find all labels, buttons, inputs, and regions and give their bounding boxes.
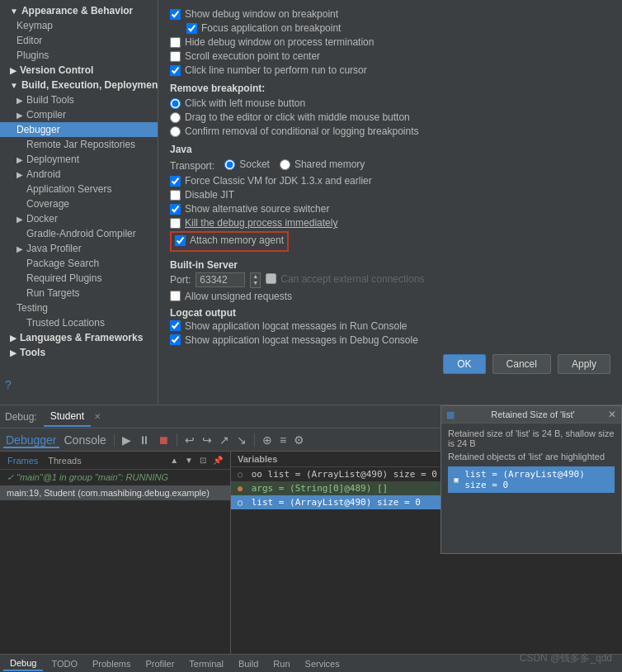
sidebar-item-appearance[interactable]: ▼ Appearance & Behavior [0, 3, 158, 18]
cancel-button[interactable]: Cancel [492, 354, 551, 374]
frame-item[interactable]: main:19, Student (com.mashibing.debug.ex… [0, 485, 230, 500]
session-close-btn[interactable]: ✕ [94, 412, 101, 421]
btab-build[interactable]: Build [232, 657, 265, 670]
sidebar-item-required-plugins[interactable]: Required Plugins [0, 271, 158, 286]
can-accept-checkbox[interactable]: Can accept external connections [266, 273, 424, 285]
spinner-up[interactable]: ▲ [251, 273, 260, 280]
sidebar-item-languages[interactable]: ▶ Languages & Frameworks [0, 330, 158, 345]
stop-btn[interactable]: ⏹ [155, 432, 172, 448]
sidebar-item-testing[interactable]: Testing [0, 301, 158, 315]
toolbar-separator-3 [254, 433, 255, 447]
show-debug-window-checkbox[interactable]: Show debug window on breakpoint [170, 8, 610, 20]
popup-titlebar: ▦ Retained Size of 'list' ✕ [441, 406, 621, 424]
frames-panel: Frames Threads ▲ ▼ ⊡ 📌 ✓ "main"@1 in gro… [0, 452, 231, 672]
sidebar-item-trusted-locations[interactable]: Trusted Locations [0, 315, 158, 330]
shared-memory-radio[interactable]: Shared memory [280, 159, 365, 170]
focus-app-breakpoint-checkbox[interactable]: Focus application on breakpoint [186, 22, 610, 34]
sidebar-item-build-tools[interactable]: ▶ Build Tools [0, 92, 158, 107]
sidebar-item-coverage[interactable]: Coverage [0, 196, 158, 211]
step-into-btn[interactable]: ↪ [200, 432, 214, 448]
confirm-removal-radio[interactable]: Confirm removal of conditional or loggin… [170, 125, 610, 137]
threads-tab[interactable]: Threads [45, 455, 83, 466]
socket-radio[interactable]: Socket [224, 159, 270, 170]
ok-button[interactable]: OK [443, 354, 485, 374]
sidebar-item-build-execution[interactable]: ▼ Build, Execution, Deployment [0, 78, 158, 92]
btab-run[interactable]: Run [266, 657, 296, 670]
logcat-run-checkbox[interactable]: Show application logcat messages in Run … [170, 320, 610, 332]
tab-debugger[interactable]: Debugger [3, 432, 59, 448]
port-row: Port: ▲ ▼ Can accept external connection… [170, 272, 610, 288]
tab-console[interactable]: Console [62, 432, 109, 448]
popup-tree-item[interactable]: ▣ list = (ArrayList@490) size = 0 [448, 466, 615, 493]
apply-button[interactable]: Apply [558, 354, 610, 374]
frames-header: Frames Threads ▲ ▼ ⊡ 📌 [0, 452, 230, 470]
sidebar-item-editor[interactable]: Editor [0, 33, 158, 48]
popup-content: Retained size of 'list' is 24 B, shallow… [441, 424, 621, 498]
btab-terminal[interactable]: Terminal [182, 657, 230, 670]
sidebar-item-gradle-android[interactable]: Gradle-Android Compiler [0, 226, 158, 241]
port-input[interactable] [196, 272, 245, 287]
sidebar-item-deployment[interactable]: ▶ Deployment [0, 152, 158, 167]
frames-toolbar: ▲ ▼ ⊡ 📌 [167, 454, 225, 466]
step-over-btn[interactable]: ↩ [182, 432, 197, 448]
disable-jit-checkbox[interactable]: Disable JIT [170, 189, 610, 201]
popup-tree: ▣ list = (ArrayList@490) size = 0 [448, 466, 615, 493]
more-btn[interactable]: ≡ [277, 432, 289, 448]
scroll-execution-checkbox[interactable]: Scroll execution point to center [170, 50, 610, 62]
transport-row: Transport: Socket Shared memory [170, 159, 610, 173]
kill-debug-checkbox[interactable]: Kill the debug process immediately [170, 217, 610, 229]
port-label: Port: [170, 274, 191, 286]
debug-session-tab[interactable]: Student [44, 407, 91, 427]
btab-todo[interactable]: TODO [45, 657, 84, 670]
show-alt-source-checkbox[interactable]: Show alternative source switcher [170, 203, 610, 215]
arrow-icon: ▶ [16, 215, 23, 224]
logcat-debug-checkbox[interactable]: Show application logcat messages in Debu… [170, 334, 610, 346]
arrow-icon: ▼ [10, 7, 18, 16]
sidebar-item-plugins[interactable]: Plugins [0, 48, 158, 63]
sidebar-item-docker[interactable]: ▶ Docker [0, 211, 158, 226]
step-out-btn[interactable]: ↗ [217, 432, 232, 448]
allow-unsigned-checkbox[interactable]: Allow unsigned requests [170, 291, 610, 302]
resume-btn[interactable]: ▶ [120, 432, 134, 448]
btab-profiler[interactable]: Profiler [139, 657, 181, 670]
popup-close-btn[interactable]: ✕ [608, 409, 616, 420]
frames-pin-btn[interactable]: 📌 [210, 454, 225, 466]
settings-sidebar: ▼ Appearance & Behavior Keymap Editor Pl… [0, 0, 158, 405]
attach-memory-agent-checkbox[interactable]: Attach memory agent [175, 234, 284, 246]
sidebar-item-remote-jar[interactable]: Remote Jar Repositories [0, 137, 158, 152]
sidebar-item-version-control[interactable]: ▶ Version Control [0, 63, 158, 78]
settings-btn[interactable]: ⚙ [291, 432, 307, 448]
frames-filter-btn[interactable]: ▲ [167, 454, 181, 466]
click-line-number-checkbox[interactable]: Click line number to perform run to curs… [170, 64, 610, 76]
sidebar-item-app-servers[interactable]: Application Servers [0, 182, 158, 196]
var-icon-1: ● [238, 484, 243, 493]
sidebar-item-compiler[interactable]: ▶ Compiler [0, 107, 158, 122]
port-spinner[interactable]: ▲ ▼ [250, 272, 261, 288]
click-left-radio[interactable]: Click with left mouse button [170, 97, 610, 109]
arrow-icon: ▶ [10, 334, 16, 343]
drag-or-click-radio[interactable]: Drag to the editor or click with middle … [170, 111, 610, 123]
evaluate-btn[interactable]: ⊕ [260, 432, 275, 448]
sidebar-item-run-targets[interactable]: Run Targets [0, 286, 158, 301]
sidebar-item-tools[interactable]: ▶ Tools [0, 345, 158, 360]
thread-item[interactable]: ✓ "main"@1 in group "main": RUNNING [0, 470, 230, 485]
btab-services[interactable]: Services [299, 657, 346, 670]
logcat-section-label: Logcat output [170, 307, 610, 319]
pause-btn[interactable]: ⏸ [136, 432, 153, 448]
frames-copy-btn[interactable]: ⊡ [197, 454, 209, 466]
btab-debug[interactable]: Debug [3, 656, 43, 671]
spinner-down[interactable]: ▼ [251, 280, 260, 286]
sidebar-item-java-profiler[interactable]: ▶ Java Profiler [0, 241, 158, 256]
force-classic-vm-checkbox[interactable]: Force Classic VM for JDK 1.3.x and earli… [170, 175, 610, 187]
run-to-cursor-btn[interactable]: ↘ [234, 432, 249, 448]
sidebar-item-android[interactable]: ▶ Android [0, 167, 158, 182]
sidebar-item-keymap[interactable]: Keymap [0, 18, 158, 33]
popup-line2: Retained objects of 'list' are highlight… [448, 452, 615, 461]
sidebar-item-package-search[interactable]: Package Search [0, 256, 158, 271]
frames-sort-btn[interactable]: ▼ [182, 454, 196, 466]
popup-title: Retained Size of 'list' [491, 409, 574, 419]
frames-tab[interactable]: Frames [5, 455, 40, 466]
sidebar-item-debugger[interactable]: Debugger [0, 122, 158, 137]
hide-debug-window-checkbox[interactable]: Hide debug window on process termination [170, 36, 610, 48]
btab-problems[interactable]: Problems [86, 657, 137, 670]
